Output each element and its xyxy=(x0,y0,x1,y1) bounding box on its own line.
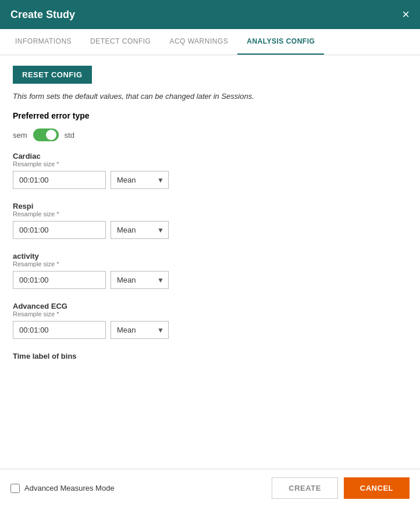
tab-acq-warnings[interactable]: ACQ WARNINGS xyxy=(160,29,237,55)
advanced-ecg-time-input[interactable] xyxy=(13,321,106,339)
preferred-error-section: Preferred error type sem std xyxy=(13,111,407,141)
create-button[interactable]: CREATE xyxy=(272,477,337,499)
activity-field-group: activity Resample size * MeanMinMaxMedia… xyxy=(13,252,407,289)
time-label-title: Time label of bins xyxy=(13,352,407,360)
preferred-error-title: Preferred error type xyxy=(13,111,407,120)
respi-select-wrapper: MeanMinMaxMedian ▼ xyxy=(111,221,169,239)
info-text: This form sets the default values, that … xyxy=(13,92,407,101)
respi-sublabel: Resample size * xyxy=(13,210,407,217)
respi-field-group: Respi Resample size * MeanMinMaxMedian ▼ xyxy=(13,202,407,239)
respi-mean-select[interactable]: MeanMinMaxMedian xyxy=(111,221,169,239)
advanced-ecg-sublabel: Resample size * xyxy=(13,310,407,317)
activity-input-row: MeanMinMaxMedian ▼ xyxy=(13,271,407,289)
tab-informations[interactable]: INFORMATIONS xyxy=(6,29,81,55)
advanced-measures-checkbox[interactable] xyxy=(10,484,20,493)
advanced-ecg-mean-select[interactable]: MeanMinMaxMedian xyxy=(111,321,169,339)
cardiac-input-row: MeanMinMaxMedian ▼ xyxy=(13,171,407,189)
dialog-title: Create Study xyxy=(10,9,75,21)
cancel-button[interactable]: CANCEL xyxy=(344,477,410,499)
respi-time-input[interactable] xyxy=(13,221,106,239)
cardiac-select-wrapper: MeanMinMaxMedian ▼ xyxy=(111,171,169,189)
std-label: std xyxy=(65,131,74,140)
cardiac-field-group: Cardiac Resample size * MeanMinMaxMedian… xyxy=(13,152,407,189)
dialog-body: RESET CONFIG This form sets the default … xyxy=(0,55,420,469)
advanced-measures-label: Advanced Measures Mode xyxy=(24,484,115,492)
tab-analysis-config[interactable]: ANALYSIS CONFIG xyxy=(237,29,324,55)
activity-time-input[interactable] xyxy=(13,271,106,289)
time-label-section: Time label of bins xyxy=(13,352,407,360)
cardiac-label: Cardiac xyxy=(13,152,407,160)
activity-mean-select[interactable]: MeanMinMaxMedian xyxy=(111,271,169,289)
respi-label: Respi xyxy=(13,202,407,210)
cardiac-mean-select[interactable]: MeanMinMaxMedian xyxy=(111,171,169,189)
tab-bar: INFORMATIONS DETECT CONFIG ACQ WARNINGS … xyxy=(0,29,420,55)
sem-label: sem xyxy=(13,131,27,140)
respi-input-row: MeanMinMaxMedian ▼ xyxy=(13,221,407,239)
footer-buttons: CREATE CANCEL xyxy=(272,477,410,499)
advanced-ecg-field-group: Advanced ECG Resample size * MeanMinMaxM… xyxy=(13,302,407,339)
advanced-ecg-label: Advanced ECG xyxy=(13,302,407,310)
error-type-toggle-row: sem std xyxy=(13,128,407,141)
activity-label: activity xyxy=(13,252,407,260)
reset-config-button[interactable]: RESET CONFIG xyxy=(13,66,92,84)
tab-detect-config[interactable]: DETECT CONFIG xyxy=(81,29,160,55)
cardiac-time-input[interactable] xyxy=(13,171,106,189)
activity-select-wrapper: MeanMinMaxMedian ▼ xyxy=(111,271,169,289)
dialog-header: Create Study × xyxy=(0,0,420,29)
advanced-ecg-select-wrapper: MeanMinMaxMedian ▼ xyxy=(111,321,169,339)
cardiac-sublabel: Resample size * xyxy=(13,160,407,167)
activity-sublabel: Resample size * xyxy=(13,260,407,267)
error-type-toggle[interactable] xyxy=(33,128,59,141)
footer-left: Advanced Measures Mode xyxy=(10,484,115,493)
create-study-dialog: Create Study × INFORMATIONS DETECT CONFI… xyxy=(0,0,420,507)
close-button[interactable]: × xyxy=(402,8,410,21)
dialog-footer: Advanced Measures Mode CREATE CANCEL xyxy=(0,469,420,507)
advanced-ecg-input-row: MeanMinMaxMedian ▼ xyxy=(13,321,407,339)
